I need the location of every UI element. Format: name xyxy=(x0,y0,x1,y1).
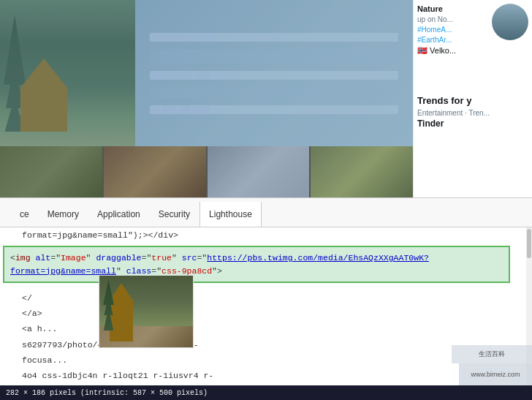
main-image xyxy=(0,0,413,146)
devtools-tabs-bar: ce Memory Application Security Lighthous… xyxy=(0,197,532,227)
trends-title: Trends for y xyxy=(417,95,528,106)
code-line-3: </ xyxy=(0,286,532,306)
tab-ce[interactable]: ce xyxy=(11,201,39,227)
scrollbar-thumb xyxy=(527,229,531,258)
tab-lighthouse-label: Lighthouse xyxy=(209,209,252,219)
ellipsis: o... xyxy=(443,15,453,23)
image-grid xyxy=(0,0,413,197)
thumb-3 xyxy=(208,146,310,197)
code-line-4: </a> xyxy=(0,306,532,321)
watermark-url: www.bimeiz.com xyxy=(459,363,532,385)
pixel-info-text: 282 × 186 pixels (intrinsic: 587 × 500 p… xyxy=(6,389,208,397)
tab-security[interactable]: Security xyxy=(150,201,200,227)
code-line-8: 4o4 css-1dbjc4n r-1loqt21 r-1iusvr4 r- xyxy=(0,368,532,383)
code-panel: format=jpg&name=small");></div> <img alt… xyxy=(0,227,532,400)
tab-security-label: Security xyxy=(159,209,190,219)
tab-application[interactable]: Application xyxy=(88,201,150,227)
thumb-4 xyxy=(311,146,413,197)
image-preview xyxy=(99,275,194,348)
code-line-1: format=jpg&name=small");></div> xyxy=(0,227,532,243)
hashtag-2[interactable]: #EarthAr... xyxy=(417,35,488,45)
thumb-1 xyxy=(0,146,102,197)
tab-lighthouse[interactable]: Lighthouse xyxy=(200,202,262,227)
sidebar-text: Nature up on No... #HomeA... #EarthAr...… xyxy=(417,4,488,57)
thumbnail-strip xyxy=(0,146,413,197)
trends-sub: Entertainment · Tren... xyxy=(417,109,528,117)
thumb-2 xyxy=(104,146,206,197)
code-line-5: <a h... xyxy=(0,321,532,336)
avatar xyxy=(492,4,528,40)
tab-ce-label: ce xyxy=(20,209,29,219)
browser-content: Nature up on No... #HomeA... #EarthAr...… xyxy=(0,0,532,197)
code-selected-line[interactable]: <img alt="Image" draggable="true" src="h… xyxy=(3,246,510,283)
tab-memory-label: Memory xyxy=(48,209,79,219)
tab-memory[interactable]: Memory xyxy=(39,201,88,227)
trends-item: Tinder xyxy=(417,118,528,129)
hashtag-1[interactable]: #HomeA... xyxy=(417,25,488,35)
nature-label: Nature xyxy=(417,4,488,15)
pixel-info-bar: 282 × 186 pixels (intrinsic: 587 × 500 p… xyxy=(0,385,532,400)
trends-section: Trends for y Entertainment · Tren... Tin… xyxy=(417,95,528,129)
twitter-sidebar: Nature up on No... #HomeA... #EarthAr...… xyxy=(413,0,532,197)
watermark-chinese: 生活百科 xyxy=(452,345,532,363)
upon-label: up on No... xyxy=(417,15,488,25)
flag-item: 🇳🇴 Velko... xyxy=(417,46,456,55)
tab-application-label: Application xyxy=(97,209,140,219)
